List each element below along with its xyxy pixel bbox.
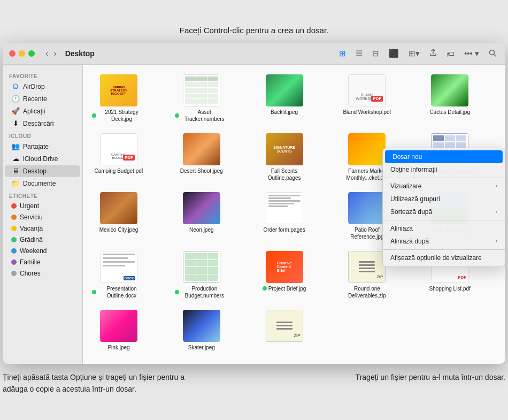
share-button[interactable] [427,48,440,59]
annotation-bottom-left: Țineți apăsată tasta Opțiune și trageți … [3,371,190,395]
sidebar-item-desktop[interactable]: 🖥 Desktop [5,165,80,177]
file-name: Production Budget.numbers [175,285,228,299]
sidebar-item-gradina[interactable]: Grădină [5,234,80,245]
sidebar-item-icloud-drive[interactable]: ☁ iCloud Drive [5,153,80,165]
file-name: Asset Tracker.numbers [175,109,228,123]
forward-button[interactable]: › [51,48,58,59]
chevron-right-icon: › [496,183,497,189]
context-menu-item-new-folder[interactable]: Dosar nou [385,150,503,163]
sidebar-item-label-urgent: Urgent [20,202,39,210]
serviciu-tag-dot [11,215,17,220]
ctx-divider [383,249,505,250]
urgent-tag-dot [11,203,17,209]
sidebar: Favorite AirDrop 🕐 Recente 🚀 Aplicații ⬇… [3,65,83,364]
list-item[interactable]: Mexico City.jpeg [89,189,148,243]
list-item[interactable]: Neon.jpeg [172,189,231,243]
airdrop-icon [11,82,20,91]
ctx-item-label: Aliniază [390,225,413,232]
file-thumbnail: BLANDWORKSHOP PDF [348,74,386,106]
sidebar-item-descarcari[interactable]: ⬇ Descărcări [5,118,80,129]
more-button[interactable]: ••• ▾ [461,48,482,59]
ctx-item-label: Sortează după [390,208,432,216]
file-thumbnail: DOCX [100,251,137,283]
ctx-item-label: Aliniază după [390,238,429,245]
weekend-tag-dot [11,248,17,254]
list-item[interactable]: CreativeContentBrief Project Brief.jpg [255,248,314,302]
context-menu-item-align[interactable]: Aliniază [383,222,505,235]
file-thumbnail [266,74,303,106]
list-item[interactable]: CAMPINGBUDGET PDF Camping Budget.pdf [89,130,148,185]
file-name: Camping Budget.pdf [94,167,143,174]
list-item[interactable]: Pink.jpeg [89,307,148,357]
file-thumbnail: SPRINGSTRATEGYKICK-OFF [100,74,137,106]
file-thumbnail: ZIP [348,251,386,283]
list-item[interactable]: ZIP [255,307,314,357]
tag-button[interactable]: 🏷 [444,48,457,59]
content-area: SPRINGSTRATEGYKICK-OFF 2021 Strategy Dec… [83,65,505,364]
sidebar-item-serviciu[interactable]: Serviciu [5,212,80,223]
more-icon: ••• ▾ [464,49,479,58]
file-name: Round one Deliverables.zip [340,285,394,299]
context-menu-item-view[interactable]: Vizualizare › [383,180,505,193]
sidebar-item-label-gradina: Grădină [20,236,43,243]
ctx-item-label: Vizualizare [390,182,421,190]
list-item[interactable]: SPRINGSTRATEGYKICK-OFF 2021 Strategy Dec… [89,71,148,126]
sidebar-item-urgent[interactable]: Urgent [5,201,80,211]
list-item[interactable]: Cactus Detail.jpg [420,71,479,126]
sidebar-item-familie[interactable]: Familie [5,257,80,268]
file-name: Presentation Outline.docx [92,285,145,299]
sidebar-item-recente[interactable]: 🕐 Recente [5,93,80,105]
list-item[interactable]: Backlit.jpeg [255,71,314,126]
view-list-button[interactable]: ☰ [353,48,365,59]
sidebar-item-weekend[interactable]: Weekend [5,246,80,256]
file-thumbnail [100,192,137,224]
sidebar-item-label-vacanta: Vacanță [20,225,43,232]
minimize-button[interactable] [19,50,25,57]
sidebar-item-label-desktop: Desktop [23,167,47,175]
context-menu-item-get-info[interactable]: Obține informații [383,163,505,176]
context-menu-item-sort[interactable]: Sortează după › [383,205,505,218]
titlebar: ‹ › Desktop ⊞ ☰ ⊟ ⬛ ⊞▾ [3,43,505,65]
list-item[interactable]: Skater.jpeg [172,307,231,357]
file-name: Shopping List.pdf [429,285,471,292]
sidebar-item-chores[interactable]: Chores [5,268,80,279]
file-name: Desert Shoot.jpeg [180,167,223,174]
list-item[interactable]: BLANDWORKSHOP PDF Bland Workshop.pdf [337,71,396,126]
sidebar-item-label-partajate: Partajate [23,143,49,150]
group-button[interactable]: ⊞▾ [406,48,422,59]
context-menu-item-show-options[interactable]: Afișează opțiunile de vizualizare [383,251,505,264]
context-menu: Dosar nou Obține informații Vizualizare … [382,148,505,267]
sidebar-item-label-serviciu: Serviciu [20,213,43,221]
list-item[interactable]: SIGNATURESCENTS Fall Scents Outline.page… [255,130,314,185]
desktop-icon: 🖥 [11,167,20,175]
list-item[interactable]: Asset Tracker.numbers [172,71,231,126]
file-name: Cactus Detail.jpg [429,109,470,116]
sidebar-item-airdrop[interactable]: AirDrop [5,81,80,93]
list-item[interactable]: Production Budget.numbers [172,248,231,302]
list-item[interactable]: Desert Shoot.jpeg [172,130,231,185]
sidebar-item-documente[interactable]: 📁 Documente [5,178,80,189]
file-thumbnail [348,133,386,165]
back-button[interactable]: ‹ [43,48,50,59]
traffic-lights [9,50,35,57]
list-item[interactable]: DOCX Presentation Outline.docx [89,248,148,302]
sidebar-item-partajate[interactable]: 👥 Partajate [5,141,80,152]
ctx-divider [383,220,505,220]
list-icon: ☰ [356,49,363,58]
context-menu-item-align-by[interactable]: Aliniază după › [383,235,505,248]
sidebar-item-vacanta[interactable]: Vacanță [5,223,80,234]
context-menu-item-use-groups[interactable]: Utilizează grupuri [383,193,505,205]
file-name: Mexico City.jpeg [99,226,138,233]
tags-label: Etichete [3,190,82,200]
view-grid-button[interactable]: ⊞ [336,48,349,59]
fullscreen-button[interactable] [28,50,35,57]
cloud-icon: ☁ [11,155,20,163]
view-gallery-button[interactable]: ⬛ [386,48,402,59]
view-columns-button[interactable]: ⊟ [370,48,382,59]
file-thumbnail [183,251,220,283]
sidebar-item-aplicatii[interactable]: 🚀 Aplicații [5,105,80,117]
list-item[interactable]: Order form.pages [255,189,314,243]
search-button[interactable] [486,48,499,59]
close-button[interactable] [9,50,16,57]
annotations-bottom: Țineți apăsată tasta Opțiune și trageți … [3,371,505,395]
